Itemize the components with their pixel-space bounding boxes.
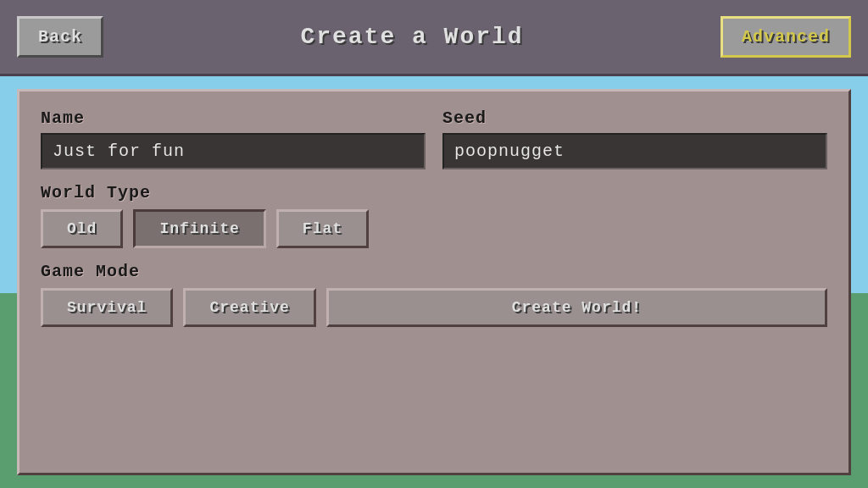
world-type-buttons: Old Infinite Flat [41, 209, 827, 248]
game-mode-survival-button[interactable]: Survival [41, 288, 173, 327]
world-type-flat-button[interactable]: Flat [276, 209, 369, 248]
world-type-label: World Type [41, 183, 827, 202]
seed-input[interactable] [442, 133, 827, 169]
world-type-section: World Type Old Infinite Flat [41, 183, 827, 248]
name-group: Name [41, 108, 426, 169]
game-mode-section: Game Mode Survival Creative Create World… [41, 262, 827, 327]
seed-group: Seed [442, 108, 827, 169]
game-mode-creative-button[interactable]: Creative [183, 288, 315, 327]
world-type-old-button[interactable]: Old [41, 209, 123, 248]
game-mode-row: Survival Creative Create World! [41, 288, 827, 327]
back-button[interactable]: Back [17, 16, 103, 58]
advanced-button[interactable]: Advanced [721, 16, 851, 58]
name-input[interactable] [41, 133, 426, 169]
name-label: Name [41, 108, 426, 128]
create-world-button[interactable]: Create World! [326, 288, 827, 327]
name-seed-row: Name Seed [41, 108, 827, 169]
page-title: Create a World [300, 24, 523, 50]
game-mode-label: Game Mode [41, 262, 827, 281]
seed-label: Seed [442, 108, 827, 128]
top-bar: Back Create a World Advanced [0, 0, 868, 76]
world-type-infinite-button[interactable]: Infinite [133, 209, 265, 248]
main-panel: Name Seed World Type Old Infinite Flat G… [17, 89, 851, 475]
